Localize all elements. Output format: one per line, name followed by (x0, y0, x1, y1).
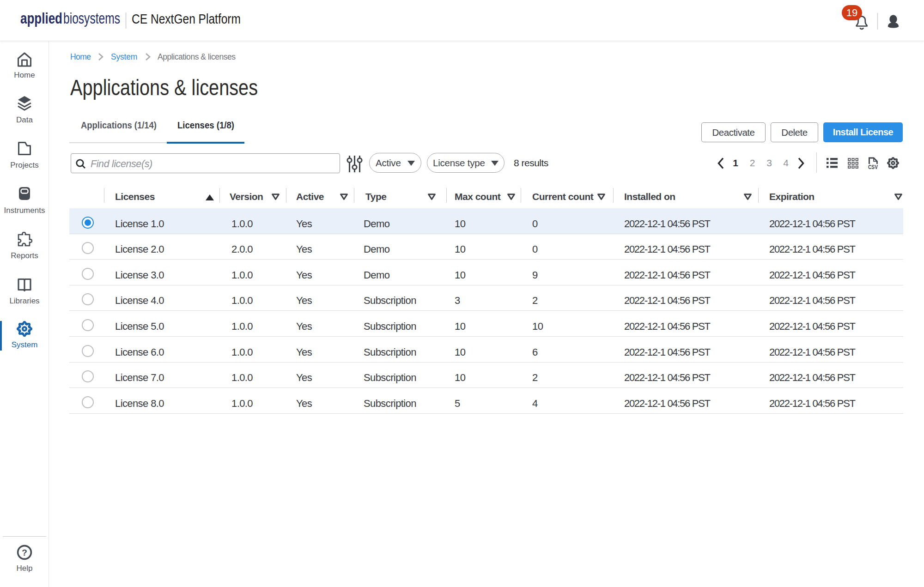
svg-text:biosystems: biosystems (63, 10, 120, 27)
svg-text:Applications & licenses: Applications & licenses (70, 75, 258, 100)
svg-text:19: 19 (846, 7, 857, 18)
svg-text:Applications (1/14): Applications (1/14) (81, 120, 157, 130)
svg-text:?: ? (22, 548, 27, 557)
svg-text:Licenses (1/8): Licenses (1/8) (177, 120, 234, 130)
svg-text:CSV: CSV (868, 164, 878, 169)
svg-text:CE NextGen Platform: CE NextGen Platform (132, 12, 241, 26)
svg-text:applied: applied (20, 10, 62, 27)
